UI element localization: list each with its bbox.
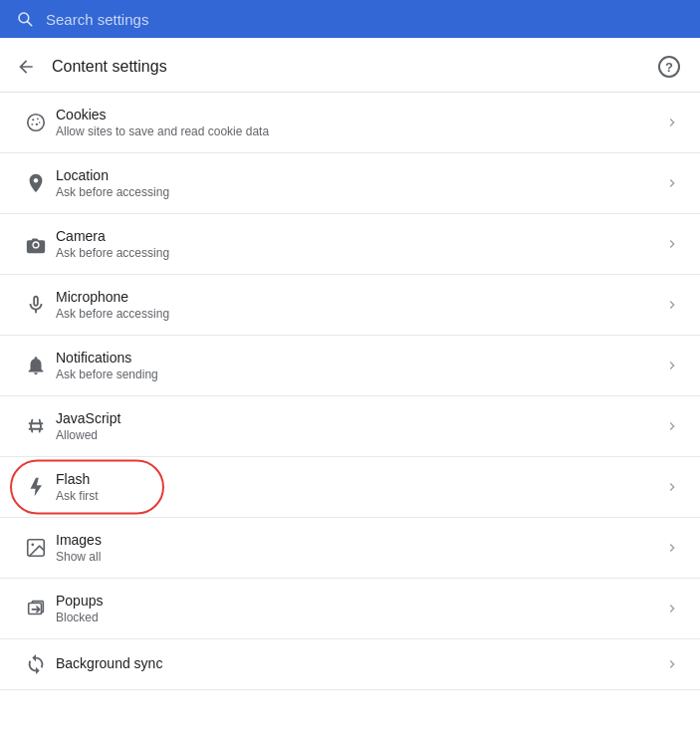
- setting-title-cookies: Cookies: [56, 107, 664, 123]
- setting-item-cookies[interactable]: Cookies Allow sites to save and read coo…: [0, 93, 700, 153]
- chevron-right-icon: [664, 479, 680, 495]
- camera-icon: [16, 233, 56, 255]
- location-icon: [16, 172, 56, 194]
- setting-subtitle-microphone: Ask before accessing: [56, 307, 664, 321]
- svg-point-6: [36, 123, 38, 125]
- setting-item-images[interactable]: Images Show all: [0, 518, 700, 579]
- svg-point-3: [32, 119, 34, 121]
- search-bar: [0, 0, 700, 38]
- setting-subtitle-javascript: Allowed: [56, 428, 664, 442]
- setting-content-microphone: Microphone Ask before accessing: [56, 289, 664, 321]
- setting-title-location: Location: [56, 167, 664, 183]
- flash-icon: [16, 476, 56, 498]
- setting-content-flash: Flash Ask first: [56, 471, 664, 503]
- svg-point-7: [39, 122, 41, 123]
- setting-subtitle-flash: Ask first: [56, 489, 664, 503]
- setting-subtitle-images: Show all: [56, 550, 664, 564]
- setting-item-location[interactable]: Location Ask before accessing: [0, 153, 700, 214]
- setting-title-javascript: JavaScript: [56, 410, 664, 426]
- setting-item-popups[interactable]: Popups Blocked: [0, 579, 700, 639]
- setting-subtitle-location: Ask before accessing: [56, 185, 664, 199]
- setting-title-microphone: Microphone: [56, 289, 664, 305]
- setting-title-background: Background sync: [56, 655, 664, 671]
- chevron-right-icon: [664, 418, 680, 434]
- popups-icon: [16, 598, 56, 619]
- chevron-right-icon: [664, 236, 680, 252]
- background-icon: [16, 653, 56, 675]
- setting-title-popups: Popups: [56, 593, 664, 609]
- chevron-right-icon: [664, 601, 680, 616]
- svg-point-4: [37, 118, 39, 120]
- chevron-right-icon: [664, 175, 680, 191]
- setting-content-background: Background sync: [56, 655, 664, 673]
- settings-list: Cookies Allow sites to save and read coo…: [0, 93, 700, 690]
- setting-content-images: Images Show all: [56, 532, 664, 564]
- setting-item-microphone[interactable]: Microphone Ask before accessing: [0, 275, 700, 336]
- setting-title-flash: Flash: [56, 471, 664, 487]
- chevron-right-icon: [664, 115, 680, 130]
- setting-content-notifications: Notifications Ask before sending: [56, 350, 664, 381]
- chevron-right-icon: [664, 358, 680, 373]
- javascript-icon: [16, 415, 56, 437]
- svg-point-9: [31, 543, 34, 546]
- notifications-icon: [16, 355, 56, 376]
- setting-item-camera[interactable]: Camera Ask before accessing: [0, 214, 700, 275]
- chevron-right-icon: [664, 297, 680, 313]
- svg-line-1: [28, 22, 32, 26]
- setting-title-images: Images: [56, 532, 664, 548]
- setting-subtitle-popups: Blocked: [56, 611, 664, 624]
- setting-subtitle-cookies: Allow sites to save and read cookie data: [56, 124, 664, 138]
- chevron-right-icon: [664, 540, 680, 556]
- setting-item-background[interactable]: Background sync: [0, 639, 700, 690]
- setting-item-flash[interactable]: Flash Ask first: [0, 457, 700, 518]
- setting-subtitle-camera: Ask before accessing: [56, 246, 664, 260]
- chevron-right-icon: [664, 656, 680, 672]
- page-title: Content settings: [52, 58, 167, 76]
- svg-point-2: [28, 115, 45, 131]
- search-icon: [16, 10, 34, 28]
- cookies-icon: [16, 112, 56, 133]
- setting-content-cookies: Cookies Allow sites to save and read coo…: [56, 107, 664, 138]
- setting-title-camera: Camera: [56, 228, 664, 244]
- images-icon: [16, 537, 56, 559]
- help-button[interactable]: ?: [658, 56, 680, 78]
- search-input[interactable]: [46, 11, 684, 28]
- setting-content-camera: Camera Ask before accessing: [56, 228, 664, 260]
- setting-item-notifications[interactable]: Notifications Ask before sending: [0, 336, 700, 396]
- setting-item-javascript[interactable]: JavaScript Allowed: [0, 396, 700, 457]
- page-header: Content settings ?: [0, 38, 700, 93]
- setting-title-notifications: Notifications: [56, 350, 664, 366]
- setting-content-popups: Popups Blocked: [56, 593, 664, 624]
- back-button[interactable]: [16, 57, 36, 77]
- setting-content-location: Location Ask before accessing: [56, 167, 664, 199]
- svg-point-5: [31, 123, 33, 125]
- setting-subtitle-notifications: Ask before sending: [56, 368, 664, 381]
- microphone-icon: [16, 294, 56, 316]
- setting-content-javascript: JavaScript Allowed: [56, 410, 664, 442]
